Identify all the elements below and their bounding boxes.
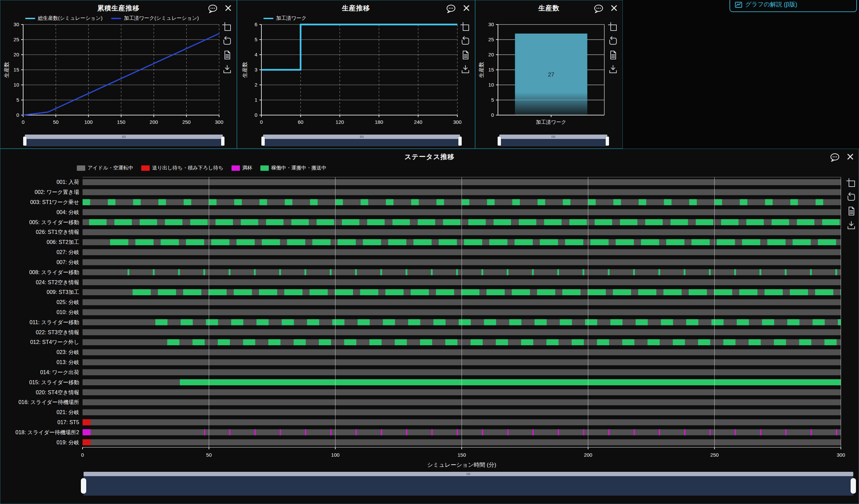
status-segment-busy	[383, 319, 395, 325]
status-segment-busy	[180, 379, 841, 385]
status-segment-busy	[127, 269, 129, 275]
report-icon[interactable]	[222, 50, 232, 60]
status-row-label: 008: スライダー移動	[29, 270, 79, 275]
status-segment-busy	[562, 289, 581, 295]
status-segment-busy	[393, 219, 410, 225]
status-segment-busy	[723, 339, 736, 345]
count-chart-canvas[interactable]: 05101520253027加工済ワーク生産数	[476, 0, 622, 148]
reset-view-icon[interactable]	[222, 36, 232, 46]
svg-text:200: 200	[584, 452, 592, 458]
status-row-label: 027: 分岐	[56, 249, 79, 255]
download-icon[interactable]	[222, 64, 232, 74]
status-segment-busy	[266, 219, 284, 225]
status-segment-full	[280, 429, 281, 435]
status-segment-full	[785, 429, 786, 435]
status-segment-busy	[838, 319, 841, 325]
status-segment-busy	[557, 269, 559, 275]
range-slider	[263, 135, 460, 147]
status-segment-busy	[209, 199, 217, 205]
zoom-area-icon[interactable]	[846, 178, 856, 188]
range-slider-track[interactable]	[499, 139, 607, 146]
range-slider-handle-left[interactable]	[81, 478, 86, 493]
status-row-label: 017: ST5	[57, 419, 79, 425]
status-segment-busy	[711, 319, 723, 325]
download-icon[interactable]	[846, 220, 856, 230]
status-segment-busy	[135, 239, 153, 245]
status-segment-busy	[361, 199, 368, 205]
status-segment-busy	[304, 269, 306, 275]
svg-text:150: 150	[457, 452, 466, 458]
status-segment-busy	[597, 339, 609, 345]
range-slider-bar[interactable]	[84, 472, 853, 476]
range-slider-bar[interactable]	[499, 135, 607, 139]
status-segment-busy	[785, 269, 786, 275]
zoom-area-icon[interactable]	[222, 22, 232, 32]
range-slider	[499, 135, 607, 147]
cumulative-chart-canvas[interactable]: 051015202530050100150200250300生産数	[0, 0, 237, 148]
status-segment-busy	[231, 319, 243, 325]
report-icon[interactable]	[608, 50, 618, 60]
panel-cumulative-production: 累積生産推移 総生産数(シミュレーション)加工済ワーク(シミュレーション) 05…	[0, 0, 237, 149]
status-segment-busy	[572, 339, 584, 345]
status-segment-full	[381, 429, 382, 435]
svg-text:250: 250	[182, 119, 191, 125]
status-row-label: 026: ST1空き情報	[36, 229, 79, 235]
download-icon[interactable]	[460, 64, 470, 74]
svg-text:0: 0	[260, 119, 263, 125]
range-slider-handle-left[interactable]	[498, 137, 501, 146]
status-segment-busy	[468, 219, 486, 225]
range-slider-handle-left[interactable]	[23, 137, 27, 146]
status-segment-busy	[360, 289, 378, 295]
report-icon[interactable]	[846, 206, 856, 216]
svg-text:200: 200	[150, 119, 158, 125]
reset-view-icon[interactable]	[608, 36, 618, 46]
status-row-label: 002: ワーク置き場	[34, 189, 79, 195]
status-segment-busy	[411, 289, 429, 295]
status-segment-busy	[641, 239, 659, 245]
status-segment-busy	[215, 219, 233, 225]
status-segment-busy	[638, 289, 656, 295]
zoom-area-icon[interactable]	[460, 22, 470, 32]
status-row-label: 001: 入荷	[56, 179, 79, 185]
range-slider-handle-right[interactable]	[458, 137, 462, 146]
svg-text:5: 5	[255, 36, 257, 42]
trend-chart-canvas[interactable]: 0123456060120180240300生産数	[237, 0, 475, 148]
panel-status-timeline: ステータス推移 アイドル・空運転中送り出し待ち・積み下ろし待ち満杯稼働中・運搬中…	[0, 149, 859, 504]
range-slider-bar[interactable]	[263, 135, 460, 139]
status-row-label: 005: スライダー移動	[29, 219, 79, 225]
status-segment-busy	[790, 199, 798, 205]
zoom-area-icon[interactable]	[608, 22, 618, 32]
status-segment-busy	[234, 199, 242, 205]
range-slider-track[interactable]	[25, 139, 223, 146]
report-icon[interactable]	[460, 50, 470, 60]
status-segment-busy	[594, 219, 612, 225]
download-icon[interactable]	[608, 64, 618, 74]
status-segment-busy	[183, 199, 191, 205]
graph-explanation-label: グラフの解説 (β版)	[745, 0, 797, 9]
reset-view-icon[interactable]	[846, 192, 856, 202]
status-segment-busy	[158, 289, 176, 295]
status-segment-busy	[762, 319, 774, 325]
status-segment-busy	[797, 219, 814, 225]
status-segment-busy	[312, 239, 331, 245]
chart-toolbar	[608, 22, 618, 74]
status-row-label: 018: スライダー待機場所2	[15, 429, 79, 435]
range-slider-track[interactable]	[84, 476, 853, 495]
range-slider-handle-right[interactable]	[221, 137, 225, 146]
svg-text:5: 5	[491, 97, 494, 103]
range-slider-handle-right[interactable]	[606, 137, 609, 146]
status-chart-canvas[interactable]: 001: 入荷002: ワーク置き場003: ST1ワーク乗せ004: 分岐00…	[0, 149, 859, 485]
svg-text:5: 5	[16, 97, 19, 103]
range-slider-track[interactable]	[263, 139, 460, 146]
status-segment-full	[82, 429, 91, 435]
status-segment-busy	[563, 199, 570, 205]
reset-view-icon[interactable]	[460, 36, 470, 46]
range-slider	[84, 472, 853, 496]
range-slider-handle-left[interactable]	[261, 137, 265, 146]
range-slider-handle-right[interactable]	[850, 478, 856, 493]
status-segment-busy	[218, 339, 230, 345]
graph-explanation-button[interactable]: グラフの解説 (β版)	[729, 0, 857, 12]
range-slider-bar[interactable]	[25, 135, 223, 139]
svg-text:0: 0	[22, 119, 25, 125]
status-segment-busy	[190, 219, 208, 225]
